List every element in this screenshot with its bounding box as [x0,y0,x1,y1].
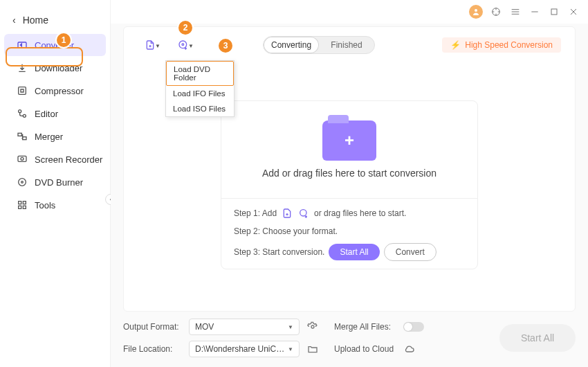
menu-icon[interactable] [509,6,522,18]
editor-icon [17,108,28,119]
avatar[interactable] [469,5,483,19]
high-speed-label: High Speed Conversion [465,40,553,50]
convert-button[interactable]: Convert [384,243,437,261]
maximize-button[interactable] [548,6,560,18]
file-location-value: D:\Wondershare UniConverter 1 [195,344,288,354]
main-card: ▼ ▼ Converting Finished ⚡ High Speed Con… [123,26,576,312]
svg-point-0 [475,9,477,12]
tab-finished[interactable]: Finished [319,37,374,53]
svg-point-20 [311,325,314,328]
svg-rect-16 [23,206,26,208]
sidebar-item-label: Merger [35,132,63,142]
svg-point-5 [19,110,21,113]
output-format-label: Output Format: [123,322,182,332]
dropdown-item-load-iso[interactable]: Load ISO Files [166,101,234,116]
sidebar-item-compressor[interactable]: Compressor [4,80,106,102]
start-all-button[interactable]: Start All [329,244,379,260]
close-button[interactable] [567,6,580,18]
sidebar-item-merger[interactable]: Merger [4,125,106,147]
start-all-main-button[interactable]: Start All [499,324,576,352]
merger-icon [17,131,28,142]
sidebar-item-screen-recorder[interactable]: Screen Recorder [4,148,106,170]
annotation-1: 1 [57,33,71,47]
chevron-down-icon: ▼ [288,346,293,352]
sidebar-item-label: Screen Recorder [35,154,102,165]
svg-rect-15 [19,206,21,208]
sidebar-item-editor[interactable]: Editor [4,102,106,125]
svg-point-11 [19,179,26,186]
tab-converting[interactable]: Converting [264,37,319,53]
add-file-caret-icon[interactable]: ▼ [155,43,160,49]
back-icon[interactable]: ‹ [12,15,16,26]
annotation-2: 2 [178,21,192,35]
add-file-mini-icon[interactable] [281,207,293,220]
sidebar-item-label: Editor [35,109,58,119]
sidebar-item-label: Tools [35,200,55,211]
dvd-burner-icon [17,177,28,188]
svg-point-10 [21,157,24,160]
svg-point-19 [300,210,306,216]
svg-rect-7 [18,133,21,136]
merge-label: Merge All Files: [334,322,396,332]
annotation-ring-1 [6,47,83,66]
sidebar-item-label: Compressor [35,86,84,96]
load-dvd-caret-icon[interactable]: ▼ [188,43,194,49]
svg-point-17 [179,41,187,48]
step1-prefix: Step 1: Add [234,208,277,218]
step-3: Step 3: Start conversion. Start All Conv… [234,243,465,261]
svg-point-18 [182,44,184,46]
output-format-select[interactable]: MOV ▼ [189,319,300,335]
screen-recorder-icon [17,154,28,165]
add-folder-icon [322,120,376,161]
svg-rect-4 [19,87,26,95]
step-1: Step 1: Add or drag files here to start. [234,207,465,220]
settings-gear-icon[interactable] [306,321,319,333]
step1-suffix: or drag files here to start. [314,208,406,218]
home-row[interactable]: ‹ Home [0,7,110,33]
svg-point-6 [23,114,26,117]
dropdown-item-load-ifo[interactable]: Load IFO Files [166,86,234,101]
merge-toggle[interactable] [403,322,424,332]
tab-segment: Converting Finished [263,36,375,54]
svg-point-12 [21,181,24,184]
annotation-3: 3 [219,39,232,53]
sidebar-item-label: DVD Burner [35,177,83,188]
step-2: Step 2: Choose your format. [234,226,465,236]
compressor-icon [17,85,28,96]
tools-icon [17,199,28,211]
minimize-button[interactable] [529,6,541,18]
load-dvd-dropdown: Load DVD Folder Load IFO Files Load ISO … [165,60,235,117]
home-label: Home [23,15,48,26]
file-location-select[interactable]: D:\Wondershare UniConverter 1 ▼ [189,341,300,357]
load-dvd-mini-icon[interactable] [297,207,310,220]
svg-rect-8 [23,137,26,140]
file-location-label: File Location: [123,344,182,354]
chevron-down-icon: ▼ [288,324,293,330]
bottom-bar: Output Format: MOV ▼ Merge All Files: Fi… [123,316,576,360]
sidebar-item-dvd-burner[interactable]: DVD Burner [4,171,106,193]
output-format-value: MOV [195,322,214,332]
support-icon[interactable] [490,6,502,18]
open-folder-icon[interactable] [306,343,319,355]
drop-zone[interactable]: Add or drag files here to start conversi… [221,100,478,269]
svg-rect-13 [19,202,21,204]
cloud-icon[interactable] [403,343,416,355]
sidebar-item-tools[interactable]: Tools [4,194,106,216]
svg-rect-9 [18,156,26,161]
dropdown-item-load-dvd-folder[interactable]: Load DVD Folder [166,61,234,86]
high-speed-badge[interactable]: ⚡ High Speed Conversion [442,37,561,53]
drop-zone-headline: Add or drag files here to start conversi… [262,168,437,179]
svg-rect-14 [23,202,26,204]
bolt-icon: ⚡ [450,40,461,50]
upload-cloud-label: Upload to Cloud [334,344,396,354]
svg-rect-2 [551,9,557,15]
